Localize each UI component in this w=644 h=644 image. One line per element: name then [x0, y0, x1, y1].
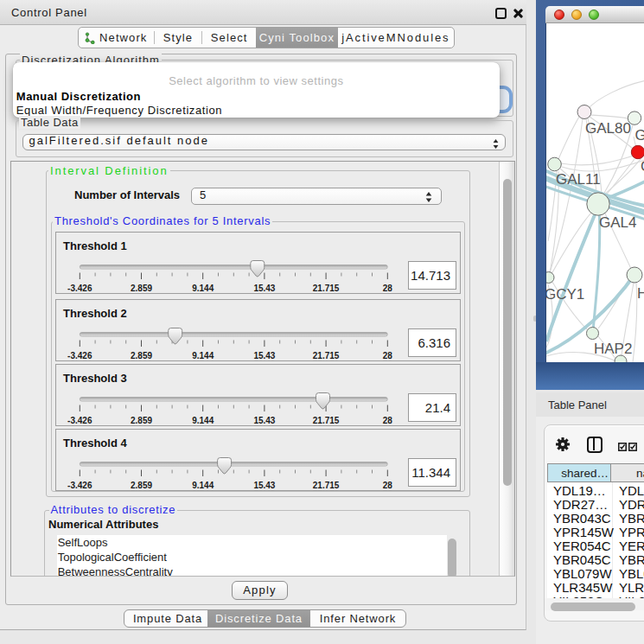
- svg-text:-3.426: -3.426: [67, 351, 92, 360]
- svg-text:HAP2: HAP2: [594, 341, 632, 357]
- svg-text:GAL80: GAL80: [585, 120, 631, 137]
- svg-text:9.144: 9.144: [192, 416, 214, 425]
- svg-text:28: 28: [383, 416, 393, 425]
- svg-text:21.715: 21.715: [313, 416, 340, 425]
- svg-text:-3.426: -3.426: [67, 481, 92, 490]
- svg-text:2.859: 2.859: [131, 416, 152, 425]
- svg-text:-3.426: -3.426: [67, 416, 92, 425]
- svg-text:9.144: 9.144: [192, 351, 214, 360]
- svg-text:15.43: 15.43: [253, 416, 275, 425]
- svg-text:28: 28: [383, 284, 393, 293]
- svg-text:2.859: 2.859: [131, 351, 152, 360]
- svg-text:-3.426: -3.426: [67, 284, 92, 293]
- svg-text:15.43: 15.43: [253, 481, 275, 490]
- svg-text:GAL4: GAL4: [599, 214, 636, 231]
- svg-text:28: 28: [383, 481, 393, 490]
- svg-text:GCY1: GCY1: [546, 286, 584, 303]
- svg-text:21.715: 21.715: [313, 284, 340, 293]
- svg-text:21.715: 21.715: [313, 481, 340, 490]
- svg-text:9.144: 9.144: [192, 481, 214, 490]
- svg-text:21.715: 21.715: [313, 351, 340, 360]
- svg-text:15.43: 15.43: [253, 351, 275, 360]
- svg-text:28: 28: [383, 351, 393, 360]
- svg-text:G.: G.: [635, 127, 644, 143]
- svg-text:C: C: [641, 158, 644, 175]
- svg-text:2.859: 2.859: [131, 481, 152, 490]
- svg-text:15.43: 15.43: [253, 284, 275, 293]
- svg-text:H: H: [637, 285, 644, 302]
- svg-text:9.144: 9.144: [192, 284, 214, 293]
- svg-text:GAL11: GAL11: [556, 171, 601, 188]
- svg-text:2.859: 2.859: [131, 284, 152, 293]
